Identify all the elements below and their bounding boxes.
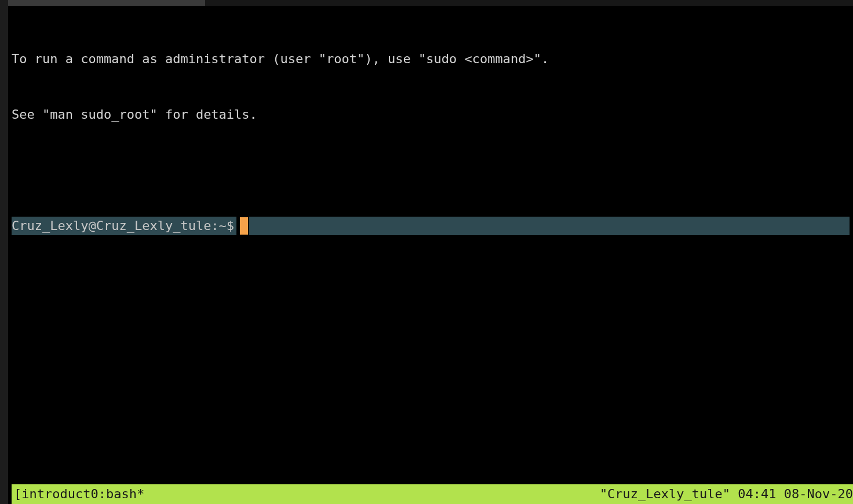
status-host: "Cruz_Lexly_tule": [600, 487, 730, 501]
blank-line: [12, 161, 850, 180]
tmux-status-right: "Cruz_Lexly_tule" 04:41 08-Nov-20: [600, 485, 853, 503]
motd-line-1: To run a command as administrator (user …: [12, 50, 850, 68]
tmux-status-left: [introduct0:bash*: [12, 485, 600, 503]
shell-prompt-row[interactable]: Cruz_Lexly@Cruz_Lexly_tule:~$: [12, 217, 850, 235]
terminal-output[interactable]: To run a command as administrator (user …: [12, 13, 850, 481]
tmux-status-bar: [introduct0:bash* "Cruz_Lexly_tule" 04:4…: [12, 484, 853, 504]
status-time: 04:41: [738, 487, 776, 501]
status-date: 08-Nov-20: [784, 487, 853, 501]
window-tab-strip: [8, 0, 853, 6]
active-tab-indicator: [8, 0, 205, 6]
prompt-userhost: Cruz_Lexly@Cruz_Lexly_tule:~$: [12, 218, 234, 233]
shell-prompt: Cruz_Lexly@Cruz_Lexly_tule:~$: [12, 217, 236, 235]
cursor-icon: [240, 217, 248, 235]
command-input-area[interactable]: [249, 217, 850, 235]
desktop-dock-strip: [0, 0, 8, 504]
motd-line-2: See "man sudo_root" for details.: [12, 105, 850, 124]
terminal-window[interactable]: To run a command as administrator (user …: [8, 6, 853, 504]
